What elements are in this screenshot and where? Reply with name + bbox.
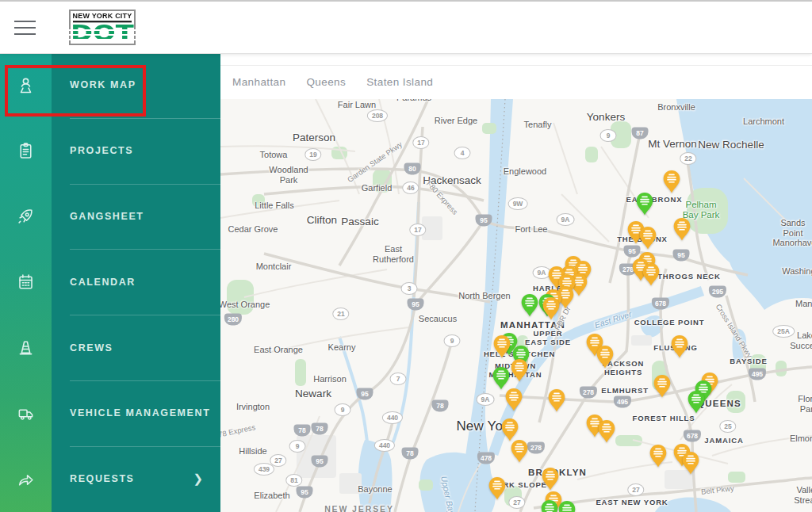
rocket-icon [0, 206, 52, 226]
map-pin-yellow[interactable] [511, 439, 529, 464]
share-arrow-icon [0, 469, 52, 489]
sidebar-item-label: VEHICLE MANAGEMENT [52, 407, 210, 418]
tab-manhattan[interactable]: Manhattan [232, 76, 285, 88]
map-pin-yellow[interactable] [682, 451, 700, 476]
map-pin-green[interactable] [688, 390, 706, 415]
map-pin-yellow[interactable] [542, 296, 561, 321]
sidebar-item-gangsheet[interactable]: GANGSHEET [0, 184, 220, 250]
map-pin-yellow[interactable] [542, 467, 560, 491]
map-pin-green[interactable] [558, 500, 576, 512]
borough-tab-bar: ManhattanQueensStaten Island [220, 52, 812, 99]
map-pin-yellow[interactable] [663, 170, 681, 194]
chevron-right-icon: ❯ [193, 472, 203, 486]
tab-queens[interactable]: Queens [306, 76, 346, 88]
map-pin-yellow[interactable] [653, 374, 672, 399]
calendar-icon [0, 272, 52, 292]
map-pin-yellow[interactable] [505, 388, 523, 412]
traffic-cone-icon [0, 338, 52, 357]
nyc-dot-logo: NEW YORK CITY DOT [69, 10, 136, 45]
sidebar-item-label: CALENDAR [52, 277, 136, 288]
annotation-box-work-map [5, 65, 146, 117]
sidebar-item-label: PROJECTS [52, 145, 133, 156]
sidebar-item-calendar[interactable]: CALENDAR [0, 249, 220, 315]
sidebar-item-crews[interactable]: CREWS [0, 315, 220, 380]
tab-staten-island[interactable]: Staten Island [366, 76, 433, 88]
map-pin-yellow[interactable] [642, 262, 661, 287]
map-pin-yellow[interactable] [671, 334, 689, 359]
borough-tabs: ManhattanQueensStaten Island [232, 76, 433, 88]
map-pin-green[interactable] [521, 293, 539, 318]
sidebar-item-requests[interactable]: REQUESTS❯ [0, 446, 220, 512]
map-pin-yellow[interactable] [639, 226, 657, 250]
sidebar-item-label: CREWS [52, 342, 113, 353]
work-map[interactable]: ParamusFair LawnRiver EdgePatersonTotowa… [220, 99, 812, 512]
hamburger-menu-icon[interactable] [12, 14, 45, 41]
app-header: NEW YORK CITY DOT [0, 0, 812, 54]
map-pin-green[interactable] [541, 499, 559, 512]
map-pin-yellow[interactable] [493, 334, 511, 359]
clipboard-icon [0, 141, 52, 161]
sidebar-item-vehicle-management[interactable]: VEHICLE MANAGEMENT [0, 380, 220, 446]
logo-text-dot: DOT [71, 22, 134, 44]
map-pin-yellow[interactable] [598, 419, 616, 444]
map-pin-yellow[interactable] [649, 444, 668, 468]
map-pin-green[interactable] [636, 192, 654, 216]
sidebar-menu: WORK MAPPROJECTSGANGSHEETCALENDARCREWSVE… [0, 52, 220, 512]
map-pin-yellow[interactable] [673, 217, 691, 242]
sidebar-item-label: REQUESTS [52, 473, 135, 484]
sidebar-item-label: GANGSHEET [52, 211, 144, 222]
map-pin-yellow[interactable] [488, 476, 507, 501]
map-pin-yellow[interactable] [548, 388, 566, 413]
sidebar-item-projects[interactable]: PROJECTS [0, 118, 220, 184]
map-pin-yellow[interactable] [596, 345, 615, 369]
map-pin-yellow[interactable] [511, 358, 529, 383]
sidebar-nav: WORK MAPPROJECTSGANGSHEETCALENDARCREWSVE… [0, 52, 220, 512]
truck-icon [0, 403, 52, 423]
